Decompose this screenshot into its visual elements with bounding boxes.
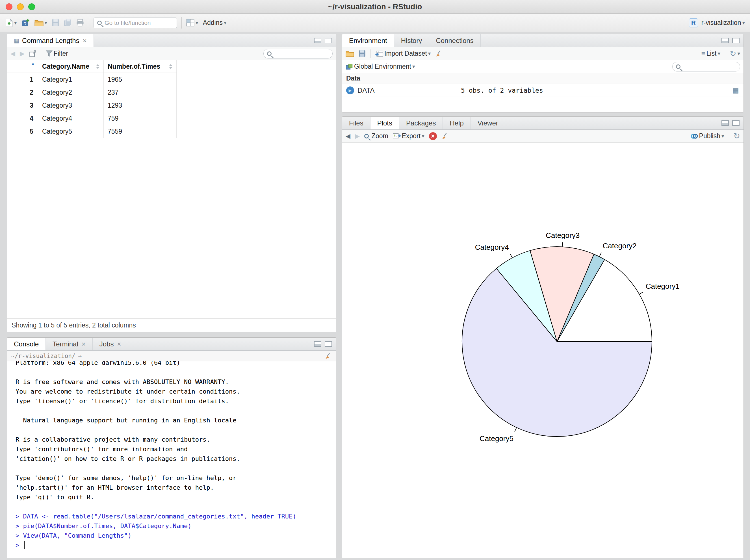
export-menu[interactable]: Export ▾ bbox=[393, 132, 425, 140]
tab-jobs[interactable]: Jobs × bbox=[93, 338, 128, 351]
show-data-icon[interactable]: ▶ bbox=[346, 86, 354, 94]
tab-label: Jobs bbox=[99, 340, 114, 348]
new-file-icon bbox=[5, 19, 13, 27]
tab-packages[interactable]: Packages bbox=[399, 117, 443, 129]
filter-button[interactable]: Filter bbox=[46, 50, 68, 57]
minimize-pane-button[interactable] bbox=[722, 38, 729, 43]
save-button[interactable] bbox=[52, 19, 59, 26]
maximize-pane-button[interactable] bbox=[325, 38, 332, 43]
sort-arrows-icon bbox=[169, 64, 172, 69]
new-project-button[interactable]: R bbox=[21, 19, 30, 27]
pie-label-tick bbox=[599, 253, 601, 257]
table-row[interactable]: 4 Category4 759 bbox=[7, 112, 177, 125]
table-search-box bbox=[263, 49, 333, 59]
environment-search-input[interactable] bbox=[683, 63, 736, 70]
zoom-button[interactable]: Zoom bbox=[364, 132, 388, 140]
view-table-icon[interactable]: ▦ bbox=[732, 87, 744, 94]
chevron-down-icon: ▾ bbox=[428, 51, 431, 56]
environment-scope-menu[interactable]: Global Environment ▾ bbox=[346, 63, 415, 71]
filter-funnel-icon bbox=[46, 50, 53, 57]
clear-environment-button[interactable] bbox=[435, 50, 442, 57]
pie-label: Category2 bbox=[603, 242, 637, 250]
remove-plot-button[interactable]: × bbox=[429, 132, 437, 140]
tab-help[interactable]: Help bbox=[443, 117, 471, 129]
list-view-menu[interactable]: ≡ List ▾ bbox=[702, 50, 720, 57]
refresh-environment-button[interactable]: ↻ ▾ bbox=[730, 50, 740, 58]
forward-button[interactable]: ▶ bbox=[20, 50, 25, 57]
column-header-number-of-times[interactable]: Number.of.Times bbox=[104, 60, 177, 73]
cell-category-name: Category1 bbox=[38, 73, 104, 86]
minimize-pane-button[interactable] bbox=[314, 341, 321, 347]
popout-button[interactable] bbox=[29, 50, 37, 57]
console-line: Type 'contributors()' for more informati… bbox=[16, 444, 333, 454]
environment-entry-row[interactable]: ▶ DATA 5 obs. of 2 variables ▦ bbox=[342, 84, 744, 97]
new-file-button[interactable]: ▾ bbox=[5, 19, 17, 27]
title-bar: ~/r-visualization - RStudio bbox=[0, 0, 750, 14]
print-button[interactable] bbox=[76, 19, 84, 26]
minimize-pane-button[interactable] bbox=[722, 120, 729, 126]
tab-console[interactable]: Console bbox=[7, 338, 46, 351]
entry-name-cell: ▶ DATA bbox=[342, 84, 457, 97]
cell-number-of-times: 1965 bbox=[104, 73, 177, 86]
tab-command-lengths[interactable]: ▦ Command Lengths × bbox=[7, 34, 94, 47]
tab-viewer[interactable]: Viewer bbox=[471, 117, 505, 129]
console-tabstrip: Console Terminal × Jobs × bbox=[7, 338, 336, 351]
console-line: Type 'q()' to quit R. bbox=[16, 493, 333, 502]
cell-category-name: Category2 bbox=[38, 86, 104, 99]
tab-environment[interactable]: Environment bbox=[342, 34, 394, 47]
data-viewer-pane: ▦ Command Lengths × ◀ ▶ Filter bbox=[7, 34, 336, 332]
table-row[interactable]: 2 Category2 237 bbox=[7, 86, 177, 99]
search-icon bbox=[97, 21, 102, 25]
clear-plots-button[interactable] bbox=[441, 133, 449, 140]
minimize-pane-button[interactable] bbox=[314, 38, 321, 43]
console-line bbox=[16, 502, 333, 512]
tab-label: Environment bbox=[349, 37, 387, 45]
console-pane: Console Terminal × Jobs × ~/r-visualizat… bbox=[7, 337, 336, 558]
broom-icon bbox=[435, 50, 442, 57]
toolbar-separator bbox=[729, 132, 729, 140]
tab-connections[interactable]: Connections bbox=[429, 34, 480, 47]
project-menu[interactable]: R r-visualization ▾ bbox=[689, 18, 745, 27]
close-tab-icon[interactable]: × bbox=[83, 37, 87, 45]
tab-plots[interactable]: Plots bbox=[371, 117, 399, 129]
table-row[interactable]: 1 Category1 1965 bbox=[7, 73, 177, 86]
new-project-icon: R bbox=[21, 19, 30, 27]
goto-directory-icon[interactable]: → bbox=[78, 353, 82, 359]
table-row[interactable]: 3 Category3 1293 bbox=[7, 99, 177, 112]
broom-icon bbox=[441, 133, 449, 140]
previous-plot-button[interactable]: ◀ bbox=[346, 133, 350, 140]
close-tab-icon[interactable]: × bbox=[82, 340, 86, 348]
table-search-input[interactable] bbox=[274, 50, 329, 57]
filter-label: Filter bbox=[54, 50, 68, 57]
save-all-button[interactable] bbox=[64, 19, 72, 26]
open-file-button[interactable]: ▾ bbox=[35, 19, 47, 26]
load-workspace-button[interactable] bbox=[346, 50, 354, 57]
console-line: You are welcome to redistribute it under… bbox=[16, 387, 333, 396]
tab-label: History bbox=[401, 37, 422, 45]
tab-files[interactable]: Files bbox=[342, 117, 371, 129]
pane-layout-button[interactable]: ▾ bbox=[186, 19, 198, 26]
save-workspace-button[interactable] bbox=[359, 50, 366, 57]
table-row[interactable]: 5 Category5 7559 bbox=[7, 125, 177, 138]
maximize-pane-button[interactable] bbox=[732, 120, 739, 126]
console-line: R is a collaborative project with many c… bbox=[16, 435, 333, 444]
plot-area: Category1Category2Category3Category4Cate… bbox=[342, 143, 744, 558]
refresh-plot-button[interactable]: ↻ bbox=[734, 132, 740, 140]
maximize-pane-button[interactable] bbox=[325, 341, 332, 347]
row-number-header[interactable]: ▲ bbox=[7, 60, 38, 73]
cell-number-of-times: 1293 bbox=[104, 99, 177, 112]
addins-menu[interactable]: Addins ▾ bbox=[203, 19, 226, 26]
back-button[interactable]: ◀ bbox=[11, 50, 15, 57]
publish-button[interactable]: Publish ▾ bbox=[691, 132, 724, 140]
console-output[interactable]: Platform: x86_64-apple-darwin15.6.0 (64-… bbox=[7, 361, 336, 558]
goto-file-input[interactable] bbox=[104, 20, 173, 26]
broom-icon bbox=[325, 352, 332, 360]
column-header-category-name[interactable]: Category.Name bbox=[38, 60, 104, 73]
close-tab-icon[interactable]: × bbox=[117, 340, 121, 348]
maximize-pane-button[interactable] bbox=[732, 38, 739, 43]
next-plot-button[interactable]: ▶ bbox=[355, 133, 360, 140]
tab-history[interactable]: History bbox=[394, 34, 429, 47]
clear-console-button[interactable] bbox=[325, 352, 332, 360]
import-dataset-menu[interactable]: Import Dataset ▾ bbox=[375, 50, 431, 57]
tab-terminal[interactable]: Terminal × bbox=[46, 338, 93, 351]
